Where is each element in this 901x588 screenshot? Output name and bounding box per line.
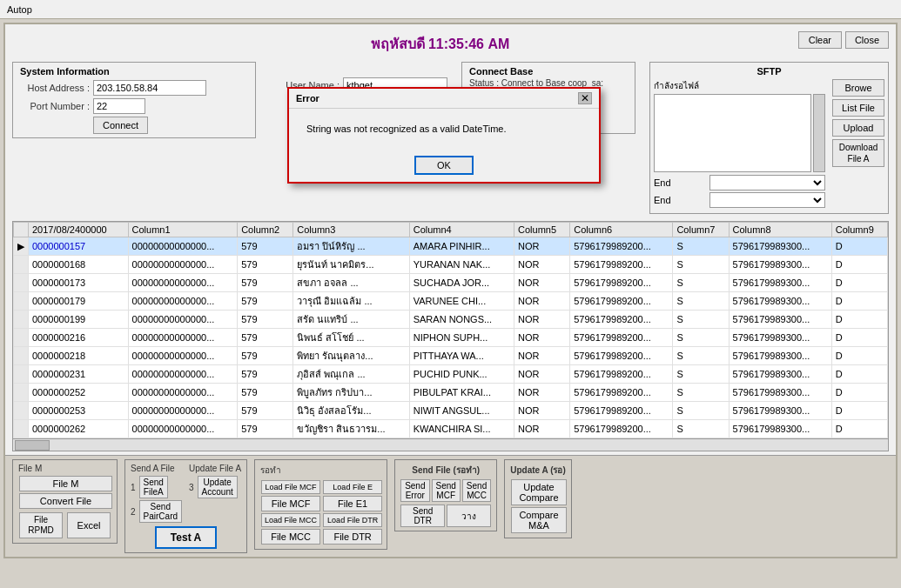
error-dialog: Error ✕ String was not recognized as a v…: [287, 87, 601, 184]
error-close-button[interactable]: ✕: [578, 92, 592, 104]
error-title: Error: [296, 93, 319, 104]
error-title-bar: Error ✕: [289, 89, 599, 109]
dialog-overlay: Error ✕ String was not recognized as a v…: [0, 0, 901, 588]
error-ok-button[interactable]: OK: [414, 156, 474, 175]
error-buttons: OK: [289, 149, 599, 182]
error-content: String was not recognized as a valid Dat…: [289, 109, 599, 149]
error-message: String was not recognized as a valid Dat…: [306, 124, 506, 134]
